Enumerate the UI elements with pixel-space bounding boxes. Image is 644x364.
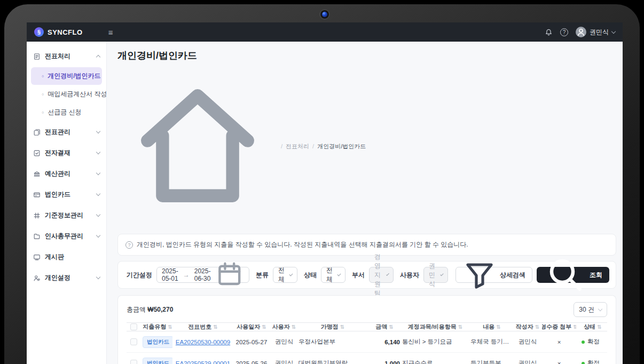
description-cell: 등기부등본 발급: [470, 359, 513, 364]
sort-icon[interactable]: ⇅: [458, 324, 462, 330]
info-message: 개인경비, 법인카드 유형의 지출을 작성할 수 있습니다. 작성된 지출내역을…: [137, 240, 468, 249]
sidebar-item[interactable]: 개인설정: [27, 267, 106, 288]
sidebar-item[interactable]: 전표관리: [27, 122, 106, 143]
column-header-user[interactable]: 사용자⇅: [272, 323, 296, 331]
row-checkbox[interactable]: [130, 360, 137, 364]
status-label: 상태: [304, 271, 317, 280]
column-header-use_date[interactable]: 사용일자⇅: [233, 323, 270, 331]
sort-icon[interactable]: ⇅: [597, 324, 601, 330]
sort-icon[interactable]: ⇅: [340, 324, 344, 330]
expense-type-badge: 법인카드: [143, 358, 172, 364]
filter-bar: 기간설정 2025-05-01 → 2025-06-30 분류 전체 상태 전체: [117, 261, 616, 289]
search-icon: [544, 253, 586, 297]
bullet-icon: ○: [42, 110, 44, 114]
menu-toggle-icon[interactable]: ≡: [108, 28, 113, 36]
sidebar-subitem-label: 개인경비/법인카드: [48, 72, 100, 81]
user-name: 권민식: [590, 28, 609, 37]
search-button[interactable]: 조회: [537, 267, 609, 283]
bank-icon: [33, 170, 41, 178]
calendar-icon[interactable]: [215, 260, 244, 290]
amount-cell: 6,140: [369, 339, 400, 345]
date-from[interactable]: 2025-05-01: [162, 267, 178, 282]
column-header-amount[interactable]: 금액⇅: [369, 323, 400, 331]
row-checkbox[interactable]: [130, 338, 137, 345]
merchant-cell: 대법원등기부열람: [299, 359, 367, 364]
top-navbar: § SYNCFLO ≡ ? 권민식: [27, 22, 623, 42]
description-cell: 우체국 등기발송(중소기업확인서 ...: [470, 338, 513, 346]
user-cell: 권민식: [272, 338, 296, 346]
sidebar-item[interactable]: 인사총무관리: [27, 226, 106, 247]
sidebar-item-label: 전자결재: [45, 148, 92, 157]
select-all-checkbox[interactable]: [130, 323, 137, 330]
bullet-icon: ○: [42, 92, 44, 96]
sort-icon[interactable]: ⇅: [496, 324, 500, 330]
sort-icon[interactable]: ⇅: [213, 324, 217, 330]
info-icon: ?: [125, 241, 133, 249]
column-header-description[interactable]: 내용⇅: [470, 323, 513, 331]
chevron-down-icon: [289, 272, 293, 276]
brand[interactable]: § SYNCFLO: [34, 27, 83, 37]
advanced-search-button[interactable]: 상세검색: [455, 267, 532, 283]
sidebar-item[interactable]: 전자결재: [27, 143, 106, 163]
category-label: 분류: [256, 271, 269, 280]
column-header-doc_no[interactable]: 전표번호⇅: [175, 323, 231, 331]
sidebar-item-label: 법인카드: [45, 190, 92, 199]
status-select[interactable]: 전체: [321, 267, 345, 283]
sort-icon[interactable]: ⇅: [262, 324, 266, 330]
sidebar-item-label: 게시판: [45, 252, 100, 262]
main-content: 개인경비/법인카드 전표처리 개인경비/법인카드 ? 개인경비, 법인카드 유형…: [107, 42, 623, 364]
voucher-number-link[interactable]: EA20250530-00009: [176, 339, 230, 345]
table-row[interactable]: 법인카드 EA20250530-00009 2025-05-27 권민식 우정사…: [127, 331, 607, 353]
sidebar-subitem[interactable]: ○개인경비/법인카드: [31, 67, 102, 85]
date-range-input[interactable]: 2025-05-01 → 2025-06-30: [156, 267, 249, 283]
sidebar-subitem-label: 매입세금계산서 작성: [48, 90, 107, 99]
breadcrumb-root[interactable]: 전표처리: [286, 143, 309, 151]
sort-icon[interactable]: ⇅: [573, 324, 576, 330]
webcam-lens: [322, 12, 327, 17]
receipt-cell: ×: [542, 360, 576, 364]
brand-name: SYNCFLO: [48, 28, 83, 36]
page-size-select[interactable]: 30 건: [574, 302, 607, 317]
column-header-status[interactable]: 상태⇅: [578, 323, 607, 331]
column-header-writer[interactable]: 작성자⇅: [515, 323, 540, 331]
voucher-doc-icon: [33, 53, 41, 60]
column-header-account[interactable]: 계정과목/비용항목⇅: [402, 323, 468, 331]
column-header-merchant[interactable]: 가맹점⇅: [299, 323, 367, 331]
column-header-type[interactable]: 지출유형⇅: [143, 323, 172, 331]
chevron-down-icon: [96, 171, 100, 175]
sidebar-item-label: 개인설정: [45, 273, 92, 282]
sidebar-item[interactable]: 기준정보관리: [27, 205, 106, 226]
total-amount: 총금액 ₩50,270: [127, 305, 173, 314]
date-to[interactable]: 2025-06-30: [194, 267, 211, 282]
sidebar-item[interactable]: 게시판: [27, 247, 106, 267]
app-window: § SYNCFLO ≡ ? 권민식 전표처리○개인경비/법인카드○매입세금계산서…: [27, 22, 623, 364]
user-menu[interactable]: 권민식: [576, 27, 615, 37]
table-row[interactable]: 법인카드 EA20250529-00001 2025-05-26 권민식 대법원…: [127, 353, 607, 364]
card-icon: [33, 191, 41, 199]
sort-icon[interactable]: ⇅: [292, 324, 296, 330]
voucher-number-link[interactable]: EA20250529-00001: [176, 360, 230, 364]
chevron-down-icon: [440, 272, 443, 275]
chevron-up-icon: [96, 55, 100, 59]
page-title: 개인경비/법인카드: [117, 49, 616, 62]
column-header-receipt[interactable]: 영수증 첨부⇅: [542, 323, 576, 331]
category-select[interactable]: 전체: [273, 267, 297, 283]
bell-icon[interactable]: [545, 28, 553, 36]
sidebar-item-label: 예산관리: [45, 169, 92, 178]
sidebar-subitem[interactable]: ○매입세금계산서 작성: [31, 85, 102, 103]
webcam: [320, 10, 329, 19]
sidebar-subitem[interactable]: ○선급금 신청: [31, 104, 102, 121]
sidebar-item[interactable]: 전표처리: [27, 46, 106, 67]
sidebar-item[interactable]: 법인카드: [27, 184, 106, 205]
sort-icon[interactable]: ⇅: [168, 324, 172, 330]
sort-icon[interactable]: ⇅: [535, 324, 539, 330]
user-select: 권민식: [423, 267, 448, 283]
help-icon[interactable]: ?: [560, 28, 568, 36]
home-icon[interactable]: [117, 66, 278, 227]
status-cell: 확정: [578, 338, 607, 346]
sidebar-item[interactable]: 예산관리: [27, 163, 106, 184]
table-body: 법인카드 EA20250530-00009 2025-05-27 권민식 우정사…: [127, 331, 607, 364]
sort-icon[interactable]: ⇅: [389, 324, 393, 330]
status-dot-icon: [582, 341, 585, 344]
chevron-down-icon: [96, 212, 100, 217]
